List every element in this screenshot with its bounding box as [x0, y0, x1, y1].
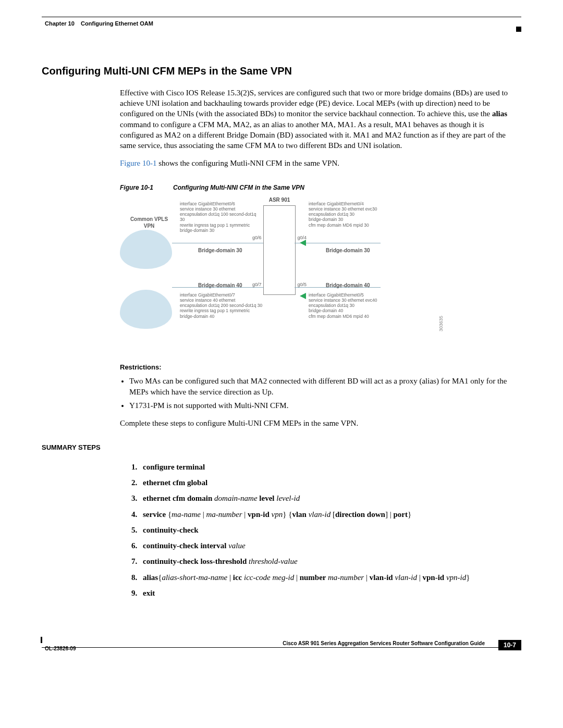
step-item: continuity-check interval value — [131, 540, 521, 551]
list-item: Two MAs can be configured such that MA2 … — [129, 376, 516, 397]
vpls-vpn-label: Common VPLS VPN — [128, 216, 170, 230]
bd30-left: Bridge-domain 30 — [198, 247, 242, 254]
figure-side-number: 303635 — [438, 316, 444, 331]
step-item: ethernet cfm global — [131, 477, 521, 488]
conf-top-right: interface GigabitEthernet0/4 service ins… — [309, 201, 392, 228]
page-footer: Cisco ASR 901 Series Aggregation Service… — [42, 640, 521, 661]
step-item: service {ma-name | ma-number | vpn-id vp… — [131, 509, 521, 520]
conf-top-left: interface GigabitEthernet0/6 service ins… — [180, 201, 261, 233]
instruction-paragraph: Complete these steps to configure Multi-… — [120, 418, 516, 428]
cloud-top — [120, 230, 172, 269]
body-content: Effective with Cisco IOS Release 15.3(2)… — [120, 88, 516, 428]
conf-bot-right: interface GigabitEthernet0/5 service ins… — [309, 292, 392, 319]
footer-doc-number: OL-23826-09 — [45, 645, 76, 652]
bd40-right: Bridge-domain 40 — [326, 282, 370, 289]
header-rule — [42, 17, 521, 19]
restrictions-heading: Restrictions: — [120, 363, 516, 372]
step-item: continuity-check loss-threshold threshol… — [131, 556, 521, 566]
restrictions-list: Two MAs can be configured such that MA2 … — [129, 376, 516, 411]
step-item: alias{alias-short-ma-name | icc icc-code… — [131, 572, 521, 583]
step-item: ethernet cfm domain domain-name level le… — [131, 493, 521, 503]
summary-steps-list: configure terminalethernet cfm globaleth… — [131, 462, 521, 598]
corner-marker — [516, 27, 521, 32]
figure-diagram: Common VPLS VPN Same Broadcast Domain in… — [120, 201, 438, 342]
triangle-icon — [300, 293, 306, 299]
conf-bot-left: interface GigabitEthernet0/7 service ins… — [180, 292, 263, 319]
bd40-left: Bridge-domain 40 — [198, 282, 242, 289]
page-number-badge: 10-7 — [498, 640, 521, 650]
figure-link[interactable]: Figure 10-1 — [120, 159, 156, 167]
triangle-icon — [300, 240, 306, 246]
intro-paragraph: Effective with Cisco IOS Release 15.3(2)… — [120, 88, 516, 151]
chapter-title: Configuring Ethernet OAM — [81, 20, 153, 27]
step-item: continuity-check — [131, 525, 521, 535]
step-item: exit — [131, 588, 521, 598]
bd30-right: Bridge-domain 30 — [326, 247, 370, 254]
figure-ref-paragraph: Figure 10-1 shows the configuring Mutli-… — [120, 158, 516, 168]
running-header: Chapter 10 Configuring Ethernet OAM — [45, 20, 521, 28]
step-item: configure terminal — [131, 462, 521, 472]
cloud-bottom — [120, 290, 172, 329]
list-item: Y1731-PM is not supported with Multi-NNI… — [129, 400, 516, 411]
section-heading: Configuring Multi-UNI CFM MEPs in the Sa… — [42, 64, 521, 78]
summary-steps-heading: SUMMARY STEPS — [42, 443, 521, 452]
router: ASR 901 g0/6 g0/4 g0/7 g0/5 — [263, 205, 296, 295]
figure-caption: Figure 10-1Configuring Multi-NNI CFM in … — [120, 183, 516, 192]
chapter-label: Chapter 10 — [45, 20, 75, 27]
footer-doc-title: Cisco ASR 901 Series Aggregation Service… — [42, 640, 485, 647]
